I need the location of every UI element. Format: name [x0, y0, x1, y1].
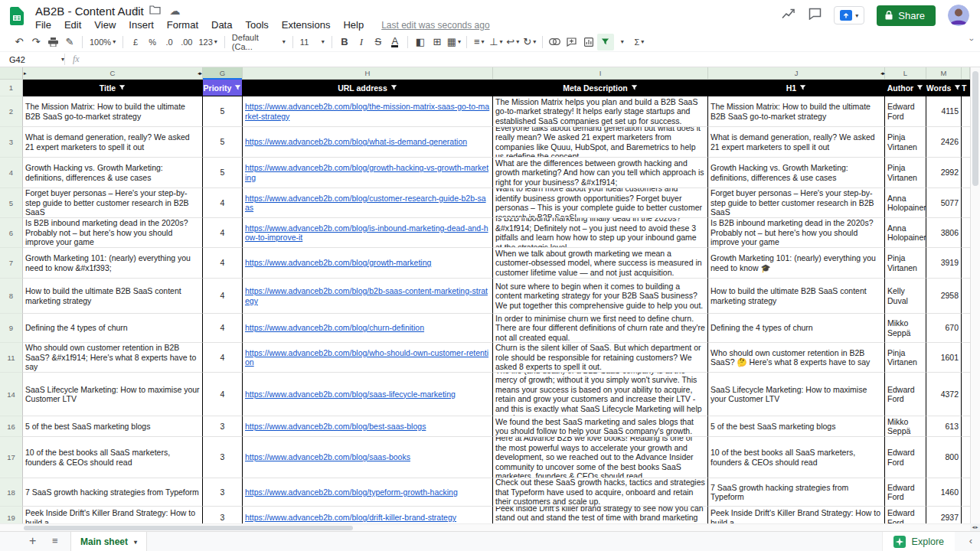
cell-priority[interactable]: 3: [203, 478, 243, 507]
currency-format-button[interactable]: £: [127, 34, 144, 51]
row-header-19[interactable]: 19: [0, 507, 23, 523]
scroll-left-icon[interactable]: ◂: [972, 524, 975, 530]
column-title-author[interactable]: Author: [885, 80, 926, 96]
name-box[interactable]: G42 ▾: [0, 55, 64, 64]
row-header-14[interactable]: 14: [0, 373, 23, 416]
cell-h1[interactable]: What is demand generation, really? We as…: [708, 127, 885, 158]
cell-title[interactable]: 10 of the best books all SaaS marketers,…: [23, 437, 203, 478]
menu-tools[interactable]: Tools: [245, 19, 268, 31]
hidden-columns-marker[interactable]: ◂▸: [198, 67, 201, 79]
cell-url[interactable]: https://www.advanceb2b.com/blog/who-shou…: [243, 343, 493, 373]
cell-url[interactable]: https://www.advanceb2b.com/blog/the-miss…: [243, 96, 493, 127]
column-title-words[interactable]: Words: [926, 80, 962, 96]
cell-empty[interactable]: [962, 158, 970, 188]
cell-priority[interactable]: 4: [203, 343, 243, 373]
paint-format-icon[interactable]: ✎: [61, 34, 78, 51]
cell-title[interactable]: Growth Hacking vs. Growth Marketing: def…: [23, 158, 203, 188]
row-header-1[interactable]: 1: [0, 80, 23, 96]
cell-priority[interactable]: 5: [203, 158, 243, 188]
cell-url[interactable]: https://www.advanceb2b.com/blog/growth-m…: [243, 248, 493, 279]
column-title-url-address[interactable]: URL address: [243, 80, 493, 96]
filter-views-caret-icon[interactable]: ▾: [614, 34, 631, 51]
cell-title[interactable]: Forget buyer personas – Here's your step…: [23, 188, 203, 218]
cell-title[interactable]: Is B2B inbound marketing dead in the 202…: [23, 218, 203, 248]
decrease-decimal-button[interactable]: .0: [161, 34, 178, 51]
menu-data[interactable]: Data: [211, 19, 232, 31]
cell-h1[interactable]: 5 of the best SaaS marketing blogs: [708, 416, 885, 437]
cell-url[interactable]: https://www.advanceb2b.com/blog/typeform…: [243, 478, 493, 507]
cell-priority[interactable]: 3: [203, 437, 243, 478]
vertical-scrollbar-thumb[interactable]: [972, 71, 978, 186]
cell-priority[interactable]: 3: [203, 507, 243, 523]
cell-author[interactable]: Edward Ford: [885, 437, 926, 478]
cell-empty[interactable]: [962, 96, 970, 127]
cell-meta[interactable]: In order to minimise churn we first need…: [493, 314, 708, 343]
cell-author[interactable]: Pinja Virtanen: [885, 158, 926, 188]
cell-url[interactable]: https://www.advanceb2b.com/blog/b2b-saas…: [243, 279, 493, 314]
column-header-J[interactable]: J: [708, 67, 885, 79]
cell-empty[interactable]: [962, 343, 970, 373]
cell-h1[interactable]: 7 SaaS growth hacking strategies from Ty…: [708, 478, 885, 507]
cell-meta[interactable]: Everyone talks about demand generation b…: [493, 127, 708, 158]
cell-empty[interactable]: [962, 248, 970, 279]
cell-meta[interactable]: Check out these SaaS growth hacks, tacti…: [493, 478, 708, 507]
insert-chart-icon[interactable]: [580, 34, 597, 51]
row-header-16[interactable]: 16: [0, 416, 23, 437]
row-header-4[interactable]: 4: [0, 158, 23, 188]
cell-url[interactable]: https://www.advanceb2b.com/blog/drift-ki…: [243, 507, 493, 523]
cell-h1[interactable]: Who should own customer retention in B2B…: [708, 343, 885, 373]
all-sheets-icon[interactable]: ≡: [52, 535, 58, 546]
row-header-7[interactable]: 7: [0, 248, 23, 279]
row-header-6[interactable]: 6: [0, 218, 23, 248]
cell-url[interactable]: https://www.advanceb2b.com/blog/saas-boo…: [243, 437, 493, 478]
cell-url[interactable]: https://www.advanceb2b.com/blog/growth-h…: [243, 158, 493, 188]
cell-meta[interactable]: The Mission Matrix helps you plan and bu…: [493, 96, 708, 127]
cell-author[interactable]: Kelly Duval: [885, 279, 926, 314]
cell-author[interactable]: Mikko Seppä: [885, 416, 926, 437]
cell-author[interactable]: Edward Ford: [885, 507, 926, 523]
sheets-logo-icon[interactable]: [10, 7, 24, 28]
star-icon[interactable]: ☆: [130, 5, 140, 17]
cell-empty[interactable]: [962, 127, 970, 158]
percent-format-button[interactable]: %: [144, 34, 161, 51]
number-format-button[interactable]: 123▾: [195, 34, 220, 51]
cell-words[interactable]: 670: [926, 314, 962, 343]
row-header-17[interactable]: 17: [0, 437, 23, 478]
column-header-I[interactable]: I: [493, 67, 708, 79]
present-button[interactable]: ▾: [834, 6, 864, 24]
cell-meta[interactable]: Not sure where to begin when it comes to…: [493, 279, 708, 314]
cell-title[interactable]: Who should own customer retention in B2B…: [23, 343, 203, 373]
cell-author[interactable]: Mikko Seppä: [885, 314, 926, 343]
cell-priority[interactable]: 4: [203, 314, 243, 343]
cell-empty[interactable]: [962, 478, 970, 507]
fill-color-icon[interactable]: ◧: [412, 34, 429, 51]
collapse-toolbar-icon[interactable]: ‹: [966, 38, 975, 41]
bold-button[interactable]: B: [336, 34, 353, 51]
cell-h1[interactable]: Peek Inside Drift's Killer Brand Strateg…: [708, 507, 885, 523]
vertical-scrollbar[interactable]: [970, 67, 980, 523]
select-all-corner[interactable]: [0, 67, 23, 79]
print-icon[interactable]: [44, 34, 61, 51]
increase-decimal-button[interactable]: .00: [178, 34, 195, 51]
cell-meta[interactable]: The life (and death) of a B2B SaaS compa…: [493, 373, 708, 416]
cell-empty[interactable]: [962, 373, 970, 416]
cell-empty[interactable]: [962, 437, 970, 478]
cell-title[interactable]: Growth Marketing 101: (nearly) everythin…: [23, 248, 203, 279]
redo-icon[interactable]: ↷: [28, 34, 44, 51]
cell-empty[interactable]: [962, 507, 970, 523]
menu-view[interactable]: View: [94, 19, 116, 31]
cell-url[interactable]: https://www.advanceb2b.com/blog/is-inbou…: [243, 218, 493, 248]
column-title-h1[interactable]: H1: [708, 80, 885, 96]
cell-empty[interactable]: [962, 188, 970, 218]
cell-author[interactable]: Pinja Virtanen: [885, 343, 926, 373]
cell-h1[interactable]: 10 of the best books all SaaS marketers,…: [708, 437, 885, 478]
cell-meta[interactable]: What are the differences between growth …: [493, 158, 708, 188]
horizontal-scrollbar[interactable]: [0, 523, 970, 531]
cell-h1[interactable]: Forget buyer personas – Here's your step…: [708, 188, 885, 218]
cell-empty[interactable]: [962, 416, 970, 437]
cell-h1[interactable]: SaaS Lifecycle Marketing: How to maximis…: [708, 373, 885, 416]
last-edit-status[interactable]: Last edit was seconds ago: [381, 20, 489, 31]
column-title-priority[interactable]: Priority: [203, 80, 243, 96]
hidden-columns-marker[interactable]: ◂▸: [880, 67, 884, 79]
cell-words[interactable]: 3806: [926, 218, 962, 248]
